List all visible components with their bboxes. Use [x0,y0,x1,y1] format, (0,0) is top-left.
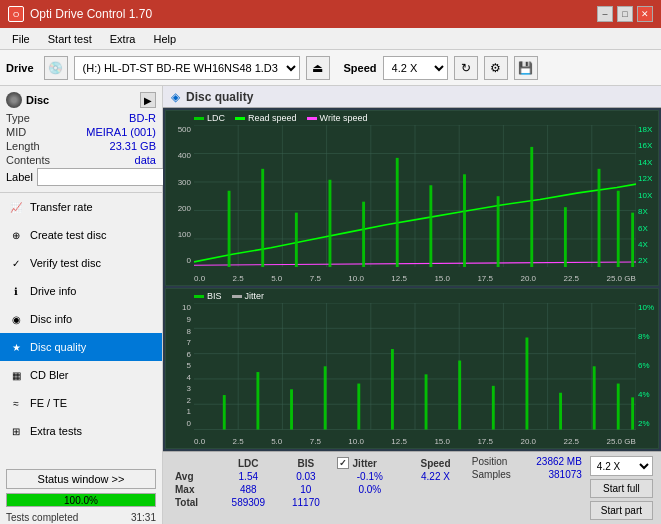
menu-help[interactable]: Help [145,31,184,47]
menu-extra[interactable]: Extra [102,31,144,47]
stats-row-max: Max 488 10 0.0% [171,483,464,496]
col-header-bis: BIS [279,456,332,470]
speed-select[interactable]: 4.2 X [383,56,448,80]
sidebar-item-cd-bler[interactable]: ▦ CD Bler [0,361,162,389]
disc-contents-row: Contents data [6,154,156,166]
nav-label-create-test-disc: Create test disc [30,229,106,241]
samples-value: 381073 [548,469,581,480]
maximize-button[interactable]: □ [617,6,633,22]
menu-start-test[interactable]: Start test [40,31,100,47]
sidebar: Disc ▶ Type BD-R MID MEIRA1 (001) Length… [0,86,163,524]
status-window-button[interactable]: Status window >> [6,469,156,489]
app-title: Opti Drive Control 1.70 [30,7,152,21]
svg-rect-57 [593,367,596,430]
disc-quality-title: Disc quality [186,90,253,104]
svg-rect-53 [458,361,461,430]
chart2-plot [194,303,636,430]
sidebar-item-transfer-rate[interactable]: 📈 Transfer rate [0,193,162,221]
svg-rect-20 [362,202,365,268]
y1r-label-2x: 2X [638,256,648,265]
titlebar-left: O Opti Drive Control 1.70 [8,6,152,22]
y1-label-200: 200 [178,204,191,213]
nav-label-fe-te: FE / TE [30,397,67,409]
legend-read-speed-dot [235,117,245,120]
total-bis-value: 11170 [279,496,332,509]
drive-info-icon: ℹ [8,283,24,299]
save-button[interactable]: 💾 [514,56,538,80]
minimize-button[interactable]: – [597,6,613,22]
eject-button[interactable]: ⏏ [306,56,330,80]
menu-file[interactable]: File [4,31,38,47]
progress-text: 100.0% [7,494,155,508]
sidebar-item-fe-te[interactable]: ≈ FE / TE [0,389,162,417]
y1-label-0: 0 [187,256,191,265]
sidebar-item-disc-quality[interactable]: ★ Disc quality [0,333,162,361]
drive-select[interactable]: (H:) HL-DT-ST BD-RE WH16NS48 1.D3 [74,56,300,80]
legend-ldc-label: LDC [207,113,225,123]
y1r-label-16x: 16X [638,141,652,150]
sidebar-item-disc-info[interactable]: ◉ Disc info [0,305,162,333]
y1r-label-14x: 14X [638,158,652,167]
chart1-plot [194,125,636,267]
refresh-button[interactable]: ↻ [454,56,478,80]
extra-tests-icon: ⊞ [8,423,24,439]
jitter-label: Jitter [353,458,377,469]
avg-label: Avg [171,470,217,483]
sidebar-item-verify-test-disc[interactable]: ✓ Verify test disc [0,249,162,277]
disc-type-row: Type BD-R [6,112,156,124]
disc-quality-icon: ★ [8,339,24,355]
start-part-button[interactable]: Start part [590,501,653,520]
fe-te-icon: ≈ [8,395,24,411]
disc-label-label: Label [6,171,33,183]
transfer-rate-icon: 📈 [8,199,24,215]
y1r-label-6x: 6X [638,224,648,233]
disc-info-button[interactable]: ▶ [140,92,156,108]
svg-rect-21 [396,158,399,268]
legend-ldc-dot [194,117,204,120]
sidebar-item-drive-info[interactable]: ℹ Drive info [0,277,162,305]
avg-ldc-value: 1.54 [217,470,279,483]
jitter-checkbox[interactable] [337,457,349,469]
avg-jitter-value: -0.1% [333,470,408,483]
position-row: Position 23862 MB [472,456,582,467]
nav-label-extra-tests: Extra tests [30,425,82,437]
sidebar-item-create-test-disc[interactable]: ⊕ Create test disc [0,221,162,249]
svg-rect-28 [617,191,620,268]
chart2-y-axis-right: 10% 8% 6% 4% 2% [636,303,658,428]
speed-dropdown[interactable]: 4.2 X [590,456,653,476]
col-header-ldc: LDC [217,456,279,470]
drive-icon-btn[interactable]: 💿 [44,56,68,80]
avg-bis-value: 0.03 [279,470,332,483]
start-full-button[interactable]: Start full [590,479,653,498]
svg-rect-55 [526,338,529,430]
status-bottom: Tests completed 31:31 [0,511,162,524]
svg-rect-51 [391,349,394,430]
status-area: Status window >> 100.0% Tests completed … [0,465,162,524]
drive-label: Drive [6,62,34,74]
buttons-area: 4.2 X Start full Start part [590,456,653,520]
disc-panel: Disc ▶ Type BD-R MID MEIRA1 (001) Length… [0,86,162,193]
chart2-svg [194,303,636,430]
legend-jitter-dot [232,295,242,298]
svg-rect-47 [256,372,259,430]
jitter-checkbox-area: Jitter [337,457,404,469]
legend-bis-dot [194,295,204,298]
disc-length-label: Length [6,140,40,152]
close-button[interactable]: ✕ [637,6,653,22]
position-label: Position [472,456,508,467]
svg-rect-25 [530,147,533,268]
y1-label-500: 500 [178,125,191,134]
sidebar-item-extra-tests[interactable]: ⊞ Extra tests [0,417,162,445]
stats-area: LDC BIS Jitter Speed [163,451,661,524]
legend-bis-label: BIS [207,291,222,301]
svg-rect-22 [429,185,432,267]
chart1-y-axis-left: 500 400 300 200 100 0 [166,125,194,265]
legend-read-speed: Read speed [235,113,297,123]
legend-write-speed: Write speed [307,113,368,123]
disc-label-input[interactable] [37,168,166,186]
disc-length-value: 23.31 GB [110,140,156,152]
settings-button[interactable]: ⚙ [484,56,508,80]
svg-rect-54 [492,386,495,430]
col-header-speed: Speed [407,456,464,470]
disc-contents-label: Contents [6,154,50,166]
